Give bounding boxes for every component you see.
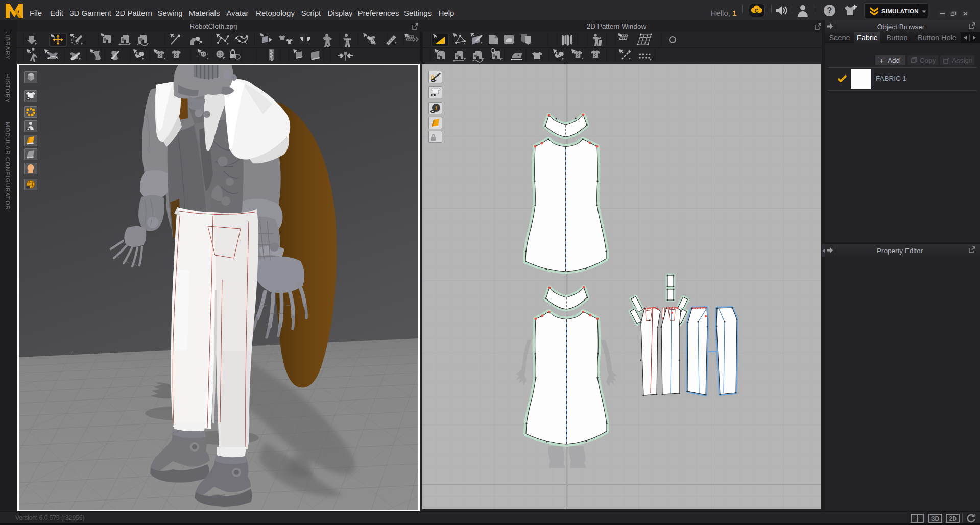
svg-text:2D: 2D xyxy=(949,516,956,523)
svg-text:3D: 3D xyxy=(931,515,940,522)
svg-text:?: ? xyxy=(827,6,832,15)
svg-text:C: C xyxy=(755,8,759,14)
